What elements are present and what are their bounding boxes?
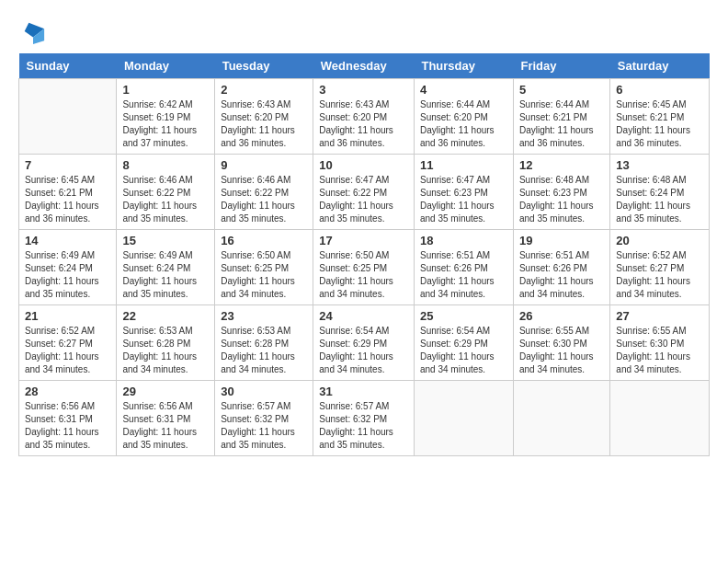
calendar-cell: 17Sunrise: 6:50 AMSunset: 6:25 PMDayligh… [313, 230, 415, 305]
day-number: 1 [122, 83, 209, 97]
day-number: 20 [616, 234, 703, 247]
week-row-5: 28Sunrise: 6:56 AMSunset: 6:31 PMDayligh… [19, 381, 710, 456]
day-info: Sunrise: 6:46 AMSunset: 6:22 PMDaylight:… [122, 174, 209, 225]
calendar-cell: 24Sunrise: 6:54 AMSunset: 6:29 PMDayligh… [313, 305, 415, 381]
day-number: 22 [122, 309, 209, 323]
logo-icon [20, 18, 46, 44]
day-info: Sunrise: 6:56 AMSunset: 6:31 PMDaylight:… [25, 400, 110, 452]
calendar-cell: 23Sunrise: 6:53 AMSunset: 6:28 PMDayligh… [215, 305, 313, 381]
day-info: Sunrise: 6:53 AMSunset: 6:28 PMDaylight:… [122, 325, 209, 376]
day-info: Sunrise: 6:55 AMSunset: 6:30 PMDaylight:… [519, 325, 604, 376]
col-friday: Friday [513, 53, 609, 79]
day-number: 26 [519, 309, 604, 323]
day-info: Sunrise: 6:52 AMSunset: 6:27 PMDaylight:… [25, 325, 110, 376]
day-number: 2 [221, 83, 307, 97]
calendar-cell: 4Sunrise: 6:44 AMSunset: 6:20 PMDaylight… [414, 79, 513, 155]
calendar-cell: 5Sunrise: 6:44 AMSunset: 6:21 PMDaylight… [513, 79, 609, 155]
logo [18, 18, 46, 44]
calendar-cell: 11Sunrise: 6:47 AMSunset: 6:23 PMDayligh… [414, 155, 513, 230]
day-number: 3 [319, 83, 408, 97]
calendar-cell: 15Sunrise: 6:49 AMSunset: 6:24 PMDayligh… [117, 230, 215, 305]
day-info: Sunrise: 6:42 AMSunset: 6:19 PMDaylight:… [122, 98, 209, 150]
week-row-2: 7Sunrise: 6:45 AMSunset: 6:21 PMDaylight… [19, 155, 710, 230]
calendar-cell: 8Sunrise: 6:46 AMSunset: 6:22 PMDaylight… [117, 155, 215, 230]
day-info: Sunrise: 6:55 AMSunset: 6:30 PMDaylight:… [616, 325, 703, 376]
day-info: Sunrise: 6:44 AMSunset: 6:20 PMDaylight:… [420, 98, 507, 150]
day-info: Sunrise: 6:54 AMSunset: 6:29 PMDaylight:… [420, 325, 507, 376]
day-number: 29 [122, 385, 209, 398]
day-info: Sunrise: 6:48 AMSunset: 6:24 PMDaylight:… [616, 174, 703, 225]
week-row-4: 21Sunrise: 6:52 AMSunset: 6:27 PMDayligh… [19, 305, 710, 381]
calendar-cell: 14Sunrise: 6:49 AMSunset: 6:24 PMDayligh… [19, 230, 117, 305]
calendar-cell: 3Sunrise: 6:43 AMSunset: 6:20 PMDaylight… [313, 79, 415, 155]
day-info: Sunrise: 6:51 AMSunset: 6:26 PMDaylight:… [420, 249, 507, 301]
day-info: Sunrise: 6:52 AMSunset: 6:27 PMDaylight:… [616, 249, 703, 301]
day-number: 14 [25, 234, 110, 247]
day-number: 30 [221, 385, 307, 398]
day-number: 24 [319, 309, 408, 323]
calendar-cell: 25Sunrise: 6:54 AMSunset: 6:29 PMDayligh… [414, 305, 513, 381]
calendar-cell: 21Sunrise: 6:52 AMSunset: 6:27 PMDayligh… [19, 305, 117, 381]
day-number: 28 [25, 385, 110, 398]
calendar-cell: 1Sunrise: 6:42 AMSunset: 6:19 PMDaylight… [117, 79, 215, 155]
calendar-cell [19, 79, 117, 155]
calendar-cell: 20Sunrise: 6:52 AMSunset: 6:27 PMDayligh… [610, 230, 710, 305]
day-number: 31 [319, 385, 408, 398]
week-row-3: 14Sunrise: 6:49 AMSunset: 6:24 PMDayligh… [19, 230, 710, 305]
day-number: 5 [519, 83, 604, 97]
page-header [18, 18, 710, 44]
calendar-table: Sunday Monday Tuesday Wednesday Thursday… [18, 53, 710, 456]
calendar-cell: 6Sunrise: 6:45 AMSunset: 6:21 PMDaylight… [610, 79, 710, 155]
calendar-header-row: Sunday Monday Tuesday Wednesday Thursday… [19, 53, 710, 79]
day-info: Sunrise: 6:50 AMSunset: 6:25 PMDaylight:… [319, 249, 408, 301]
calendar-cell: 26Sunrise: 6:55 AMSunset: 6:30 PMDayligh… [513, 305, 609, 381]
day-info: Sunrise: 6:53 AMSunset: 6:28 PMDaylight:… [221, 325, 307, 376]
day-info: Sunrise: 6:47 AMSunset: 6:23 PMDaylight:… [420, 174, 507, 225]
calendar-cell: 12Sunrise: 6:48 AMSunset: 6:23 PMDayligh… [513, 155, 609, 230]
day-info: Sunrise: 6:49 AMSunset: 6:24 PMDaylight:… [25, 249, 110, 301]
calendar-cell: 7Sunrise: 6:45 AMSunset: 6:21 PMDaylight… [19, 155, 117, 230]
calendar-cell: 13Sunrise: 6:48 AMSunset: 6:24 PMDayligh… [610, 155, 710, 230]
day-number: 10 [319, 158, 408, 172]
day-info: Sunrise: 6:45 AMSunset: 6:21 PMDaylight:… [25, 174, 110, 225]
day-info: Sunrise: 6:46 AMSunset: 6:22 PMDaylight:… [221, 174, 307, 225]
day-info: Sunrise: 6:54 AMSunset: 6:29 PMDaylight:… [319, 325, 408, 376]
day-info: Sunrise: 6:57 AMSunset: 6:32 PMDaylight:… [319, 400, 408, 452]
day-number: 6 [616, 83, 703, 97]
day-number: 13 [616, 158, 703, 172]
day-number: 16 [221, 234, 307, 247]
calendar-cell [513, 381, 609, 456]
day-info: Sunrise: 6:50 AMSunset: 6:25 PMDaylight:… [221, 249, 307, 301]
day-info: Sunrise: 6:57 AMSunset: 6:32 PMDaylight:… [221, 400, 307, 452]
col-thursday: Thursday [414, 53, 513, 79]
day-info: Sunrise: 6:56 AMSunset: 6:31 PMDaylight:… [122, 400, 209, 452]
day-number: 18 [420, 234, 507, 247]
day-number: 11 [420, 158, 507, 172]
calendar-cell: 29Sunrise: 6:56 AMSunset: 6:31 PMDayligh… [117, 381, 215, 456]
calendar-cell: 10Sunrise: 6:47 AMSunset: 6:22 PMDayligh… [313, 155, 415, 230]
day-info: Sunrise: 6:45 AMSunset: 6:21 PMDaylight:… [616, 98, 703, 150]
calendar-cell: 30Sunrise: 6:57 AMSunset: 6:32 PMDayligh… [215, 381, 313, 456]
day-info: Sunrise: 6:47 AMSunset: 6:22 PMDaylight:… [319, 174, 408, 225]
calendar-cell: 28Sunrise: 6:56 AMSunset: 6:31 PMDayligh… [19, 381, 117, 456]
calendar-cell [414, 381, 513, 456]
calendar-cell [610, 381, 710, 456]
day-number: 17 [319, 234, 408, 247]
col-sunday: Sunday [19, 53, 117, 79]
day-number: 15 [122, 234, 209, 247]
day-info: Sunrise: 6:43 AMSunset: 6:20 PMDaylight:… [319, 98, 408, 150]
day-number: 23 [221, 309, 307, 323]
col-wednesday: Wednesday [313, 53, 415, 79]
calendar-cell: 16Sunrise: 6:50 AMSunset: 6:25 PMDayligh… [215, 230, 313, 305]
day-number: 9 [221, 158, 307, 172]
day-info: Sunrise: 6:43 AMSunset: 6:20 PMDaylight:… [221, 98, 307, 150]
day-number: 7 [25, 158, 110, 172]
day-number: 19 [519, 234, 604, 247]
day-number: 12 [519, 158, 604, 172]
calendar-cell: 9Sunrise: 6:46 AMSunset: 6:22 PMDaylight… [215, 155, 313, 230]
day-number: 27 [616, 309, 703, 323]
calendar-cell: 19Sunrise: 6:51 AMSunset: 6:26 PMDayligh… [513, 230, 609, 305]
calendar-cell: 2Sunrise: 6:43 AMSunset: 6:20 PMDaylight… [215, 79, 313, 155]
day-number: 21 [25, 309, 110, 323]
calendar-cell: 18Sunrise: 6:51 AMSunset: 6:26 PMDayligh… [414, 230, 513, 305]
